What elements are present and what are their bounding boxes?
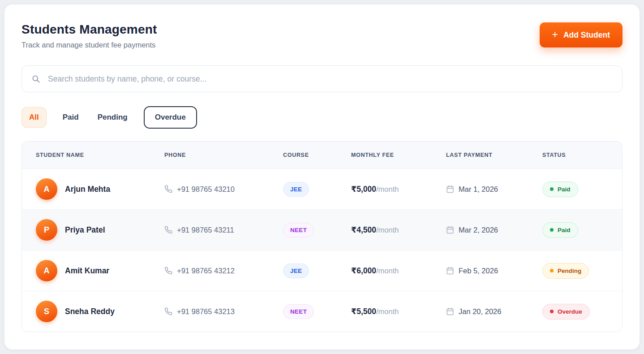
column-header-phone: PHONE xyxy=(164,152,283,158)
calendar-icon xyxy=(446,307,454,315)
phone-cell: +91 98765 43212 xyxy=(164,267,283,275)
page-header-text: Students Management Track and manage stu… xyxy=(21,22,157,49)
phone-icon xyxy=(164,267,172,275)
status-dot-icon xyxy=(550,228,554,232)
student-cell: P Priya Patel xyxy=(36,219,164,241)
course-badge: JEE xyxy=(283,263,309,278)
status-label: Paid xyxy=(558,186,571,193)
calendar-icon xyxy=(446,185,454,193)
course-badge: NEET xyxy=(283,304,314,319)
column-header-status: STATUS xyxy=(542,152,622,158)
last-payment-cell: Jan 20, 2026 xyxy=(446,307,542,316)
avatar: S xyxy=(36,301,57,322)
status-label: Pending xyxy=(558,268,581,274)
course-badge: JEE xyxy=(283,182,309,197)
monthly-fee-suffix: /month xyxy=(376,226,399,234)
status-cell: Overdue xyxy=(542,304,622,319)
table-row[interactable]: P Priya Patel +91 98765 43211 NEET ₹4,50… xyxy=(22,209,622,250)
status-dot-icon xyxy=(550,187,554,191)
student-name: Priya Patel xyxy=(65,225,105,235)
status-badge: Overdue xyxy=(542,304,590,319)
avatar: A xyxy=(36,178,57,200)
status-badge: Pending xyxy=(542,263,589,279)
filter-tabs: All Paid Pending Overdue xyxy=(21,106,623,129)
student-name: Sneha Reddy xyxy=(65,307,115,316)
student-name: Arjun Mehta xyxy=(65,185,110,194)
phone-cell: +91 98765 43210 xyxy=(164,185,283,194)
status-cell: Paid xyxy=(542,181,622,197)
column-header-last-payment: LAST PAYMENT xyxy=(446,152,542,158)
monthly-fee: ₹5,500 xyxy=(351,307,376,316)
phone-number: +91 98765 43210 xyxy=(177,185,235,194)
avatar: A xyxy=(36,260,57,281)
monthly-fee-suffix: /month xyxy=(376,267,399,275)
phone-cell: +91 98765 43213 xyxy=(164,307,283,316)
fee-cell: ₹6,000/month xyxy=(351,266,446,276)
status-cell: Paid xyxy=(542,222,622,238)
column-header-monthly-fee: MONTHLY FEE xyxy=(351,152,446,158)
plus-icon: + xyxy=(552,30,558,40)
student-cell: A Arjun Mehta xyxy=(36,178,164,200)
course-cell: JEE xyxy=(283,263,351,278)
status-badge: Paid xyxy=(542,222,578,238)
status-label: Paid xyxy=(558,227,571,233)
table-header: STUDENT NAME PHONE COURSE MONTHLY FEE LA… xyxy=(22,142,622,168)
search-input[interactable] xyxy=(21,65,623,92)
page-header: Students Management Track and manage stu… xyxy=(21,22,623,49)
last-payment-cell: Mar 1, 2026 xyxy=(446,185,542,194)
monthly-fee: ₹6,000 xyxy=(351,266,376,276)
search-icon xyxy=(31,74,40,83)
filter-overdue[interactable]: Overdue xyxy=(144,106,197,129)
table-body: A Arjun Mehta +91 98765 43210 JEE ₹5,000… xyxy=(22,168,622,332)
student-cell: A Amit Kumar xyxy=(36,260,164,281)
status-label: Overdue xyxy=(558,308,582,315)
student-name: Amit Kumar xyxy=(65,266,109,276)
phone-cell: +91 98765 43211 xyxy=(164,226,283,234)
monthly-fee-suffix: /month xyxy=(376,307,399,316)
status-cell: Pending xyxy=(542,263,622,279)
table-row[interactable]: A Arjun Mehta +91 98765 43210 JEE ₹5,000… xyxy=(22,168,622,209)
status-dot-icon xyxy=(550,269,554,272)
students-table: STUDENT NAME PHONE COURSE MONTHLY FEE LA… xyxy=(21,141,623,332)
table-row[interactable]: S Sneha Reddy +91 98765 43213 NEET ₹5,50… xyxy=(22,291,622,332)
calendar-icon xyxy=(446,267,454,275)
table-row[interactable]: A Amit Kumar +91 98765 43212 JEE ₹6,000/… xyxy=(22,250,622,291)
status-badge: Paid xyxy=(542,181,578,197)
column-header-course: COURSE xyxy=(283,152,351,158)
course-cell: NEET xyxy=(283,223,351,237)
fee-cell: ₹5,000/month xyxy=(351,185,446,194)
filter-paid[interactable]: Paid xyxy=(60,108,82,127)
last-payment-cell: Feb 5, 2026 xyxy=(446,267,542,275)
search-bar xyxy=(21,65,623,92)
last-payment-date: Mar 1, 2026 xyxy=(459,185,498,194)
add-student-label: Add Student xyxy=(563,30,610,40)
last-payment-cell: Mar 2, 2026 xyxy=(446,226,542,234)
page-subtitle: Track and manage student fee payments xyxy=(21,41,157,49)
phone-icon xyxy=(164,226,172,234)
filter-all[interactable]: All xyxy=(21,107,47,128)
course-badge: NEET xyxy=(283,223,314,237)
course-cell: JEE xyxy=(283,182,351,197)
last-payment-date: Feb 5, 2026 xyxy=(459,267,498,275)
column-header-student-name: STUDENT NAME xyxy=(36,152,164,158)
last-payment-date: Mar 2, 2026 xyxy=(459,226,498,234)
status-dot-icon xyxy=(550,310,554,313)
phone-number: +91 98765 43213 xyxy=(177,307,235,316)
student-cell: S Sneha Reddy xyxy=(36,301,164,322)
add-student-button[interactable]: + Add Student xyxy=(540,22,623,47)
avatar: P xyxy=(36,219,57,241)
phone-icon xyxy=(164,185,172,193)
phone-number: +91 98765 43211 xyxy=(177,226,234,234)
page-title: Students Management xyxy=(21,22,157,37)
phone-number: +91 98765 43212 xyxy=(177,267,235,275)
filter-pending[interactable]: Pending xyxy=(95,108,130,127)
monthly-fee: ₹5,000 xyxy=(351,185,376,194)
students-management-card: Students Management Track and manage stu… xyxy=(4,4,640,350)
last-payment-date: Jan 20, 2026 xyxy=(459,307,501,316)
monthly-fee-suffix: /month xyxy=(376,185,399,194)
course-cell: NEET xyxy=(283,304,351,319)
phone-icon xyxy=(164,307,172,315)
monthly-fee: ₹4,500 xyxy=(351,225,376,235)
fee-cell: ₹5,500/month xyxy=(351,307,446,316)
fee-cell: ₹4,500/month xyxy=(351,225,446,235)
